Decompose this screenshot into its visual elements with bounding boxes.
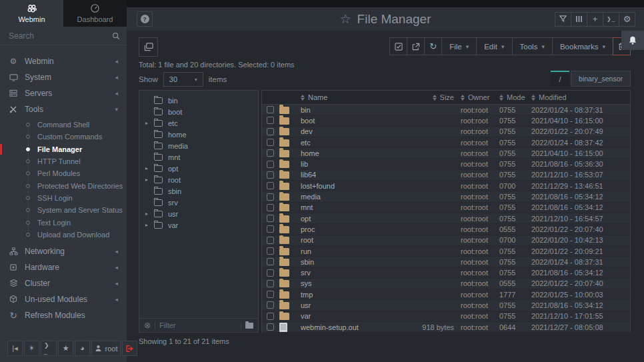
row-checkbox[interactable]: [267, 139, 274, 146]
path-search-input[interactable]: binary_sensor: [571, 71, 631, 87]
column-header-size[interactable]: Size: [411, 93, 461, 101]
add-tab-button[interactable]: +: [587, 12, 603, 27]
select-all-button[interactable]: [389, 37, 407, 55]
table-row[interactable]: bin root:root 0755 2022/01/24 - 08:37:31: [262, 105, 630, 115]
file-name[interactable]: webmin-setup.out: [301, 323, 411, 331]
theme-button[interactable]: ☀: [24, 341, 39, 356]
file-name[interactable]: bin: [301, 106, 411, 114]
logout-button[interactable]: [122, 341, 137, 356]
file-name[interactable]: usr: [301, 301, 411, 309]
row-checkbox[interactable]: [267, 258, 274, 265]
column-header-owner[interactable]: Owner: [461, 93, 499, 101]
favorites-button[interactable]: ★: [58, 341, 73, 356]
row-checkbox[interactable]: [267, 149, 274, 157]
filter-button[interactable]: [555, 12, 571, 27]
expand-caret-icon[interactable]: ▸: [145, 165, 152, 171]
file-name[interactable]: tmp: [301, 291, 411, 299]
file-name[interactable]: run: [301, 247, 411, 255]
table-row[interactable]: var root:root 0755 2021/12/10 - 17:01:55: [262, 311, 630, 322]
collapse-sidebar-button[interactable]: |◂: [7, 341, 23, 356]
table-row[interactable]: home root:root 0755 2021/04/10 - 16:15:0…: [262, 148, 630, 159]
table-row[interactable]: opt root:root 0755 2021/12/10 - 16:54:57: [262, 213, 630, 224]
sidebar-item-hardware[interactable]: Hardware ◂: [0, 259, 127, 275]
submenu-item[interactable]: Protected Web Directories: [0, 179, 127, 191]
file-name[interactable]: lib64: [301, 171, 411, 179]
tree-item[interactable]: ▸ home: [139, 129, 258, 140]
table-row[interactable]: lib64 root:root 0755 2021/12/10 - 16:53:…: [262, 170, 630, 181]
file-name[interactable]: etc: [301, 139, 411, 147]
sidebar-item-unused-modules[interactable]: Un-used Modules ◂: [0, 291, 127, 307]
table-row[interactable]: run root:root 0755 2022/01/22 - 20:09:21: [262, 246, 630, 257]
row-checkbox[interactable]: [267, 117, 274, 124]
user-button[interactable]: root: [91, 341, 121, 356]
file-name[interactable]: sbin: [301, 258, 411, 266]
table-row[interactable]: dev root:root 0755 2022/01/22 - 20:07:49: [262, 127, 630, 137]
file-name[interactable]: media: [301, 193, 411, 201]
page-size-select[interactable]: 30 ▾: [163, 72, 203, 87]
filter-clear-icon[interactable]: ⊗: [144, 321, 151, 330]
table-row[interactable]: tmp root:root 1777 2022/01/25 - 10:00:03: [262, 289, 630, 300]
submenu-item[interactable]: SSH Login: [0, 192, 127, 204]
table-row[interactable]: media root:root 0755 2021/08/16 - 05:34:…: [262, 191, 630, 202]
tree-item[interactable]: ▸ bin: [139, 95, 258, 106]
folder-view-icon[interactable]: [245, 323, 253, 329]
table-row[interactable]: boot root:root 0755 2021/04/10 - 16:15:0…: [262, 115, 630, 126]
row-checkbox[interactable]: [267, 171, 274, 179]
sidebar-item-webmin[interactable]: ⚙ Webmin ◂: [0, 53, 127, 69]
file-name[interactable]: var: [301, 312, 411, 320]
row-checkbox[interactable]: [267, 323, 274, 331]
table-row[interactable]: usr root:root 0755 2021/08/16 - 05:34:12: [262, 300, 630, 311]
row-checkbox[interactable]: [267, 237, 274, 244]
share-button[interactable]: [407, 37, 425, 55]
search-icon[interactable]: [112, 32, 120, 40]
path-root-button[interactable]: /: [551, 71, 569, 87]
file-name[interactable]: srv: [301, 269, 411, 277]
row-checkbox[interactable]: [267, 280, 274, 287]
tree-item[interactable]: ▸ var: [139, 219, 258, 231]
row-checkbox[interactable]: [267, 128, 274, 135]
sidebar-item-tools[interactable]: Tools ▾: [0, 101, 127, 117]
table-row[interactable]: mnt root:root 0755 2021/08/16 - 05:34:12: [262, 203, 630, 213]
tree-item[interactable]: ▸ opt: [139, 163, 258, 174]
table-row[interactable]: etc root:root 0755 2022/01/24 - 08:37:42: [262, 137, 630, 148]
row-checkbox[interactable]: [267, 106, 274, 113]
refresh-button[interactable]: ↻: [424, 37, 442, 55]
submenu-item[interactable]: HTTP Tunnel: [0, 155, 127, 167]
sidebar-item-servers[interactable]: Servers ◂: [0, 85, 127, 101]
row-checkbox[interactable]: [267, 193, 274, 201]
column-header-mode[interactable]: Mode: [499, 93, 531, 101]
tree-item[interactable]: ▸ srv: [139, 197, 258, 208]
tree-item[interactable]: ▸ boot: [139, 106, 258, 117]
tree-filter-input[interactable]: [159, 321, 237, 329]
tree-item[interactable]: ▸ sbin: [139, 185, 258, 197]
expand-caret-icon[interactable]: ▸: [145, 177, 152, 183]
row-checkbox[interactable]: [267, 204, 274, 211]
table-row[interactable]: sys root:root 0555 2022/01/22 - 20:07:40: [262, 279, 630, 289]
sidebar-item-cluster[interactable]: Cluster ◂: [0, 275, 127, 291]
file-name[interactable]: home: [301, 149, 411, 157]
tree-item[interactable]: ▸ mnt: [139, 151, 258, 163]
edit-menu-button[interactable]: Edit▾: [476, 37, 512, 55]
file-name[interactable]: proc: [301, 225, 411, 233]
file-name[interactable]: lib: [301, 160, 411, 168]
table-row[interactable]: root root:root 0700 2022/01/20 - 10:42:1…: [262, 235, 630, 246]
table-row[interactable]: proc root:root 0555 2022/01/22 - 20:07:4…: [262, 224, 630, 235]
table-row[interactable]: srv root:root 0755 2021/08/16 - 05:34:12: [262, 267, 630, 278]
file-name[interactable]: boot: [301, 117, 411, 125]
expand-caret-icon[interactable]: ▸: [145, 222, 152, 228]
submenu-item[interactable]: File Manager: [0, 143, 127, 155]
submenu-item[interactable]: Upload and Download: [0, 229, 127, 241]
table-row[interactable]: webmin-setup.out 918 bytes root:root 064…: [262, 322, 630, 333]
tools-menu-button[interactable]: Tools▾: [512, 37, 553, 55]
search-input[interactable]: [9, 31, 112, 41]
bookmarks-menu-button[interactable]: Bookmarks▾: [552, 37, 613, 55]
settings-button[interactable]: ⚙: [619, 12, 635, 27]
tree-item[interactable]: ▸ usr: [139, 208, 258, 219]
file-name[interactable]: lost+found: [301, 182, 411, 190]
row-checkbox[interactable]: [267, 215, 274, 222]
file-name[interactable]: root: [301, 236, 411, 244]
columns-button[interactable]: [571, 12, 587, 27]
expand-caret-icon[interactable]: ▸: [145, 211, 152, 217]
row-checkbox[interactable]: [267, 225, 274, 233]
row-checkbox[interactable]: [267, 313, 274, 320]
